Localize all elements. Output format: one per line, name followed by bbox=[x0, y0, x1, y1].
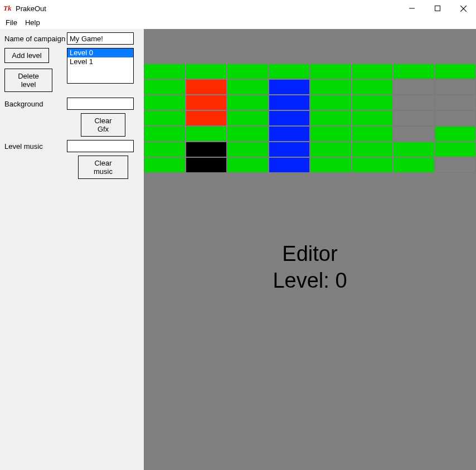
content: Name of campaign Add level Delete level … bbox=[0, 29, 476, 470]
editor-canvas[interactable]: Editor Level: 0 bbox=[144, 29, 476, 470]
menubar: File Help bbox=[0, 17, 476, 29]
brick[interactable] bbox=[144, 111, 185, 125]
brick[interactable] bbox=[269, 142, 310, 157]
brick[interactable] bbox=[269, 158, 310, 172]
brick[interactable] bbox=[269, 64, 310, 79]
brick[interactable] bbox=[144, 80, 185, 94]
brick[interactable] bbox=[186, 80, 227, 94]
brick[interactable] bbox=[227, 142, 268, 157]
window-title: PrakeOut bbox=[16, 4, 399, 13]
brick[interactable] bbox=[269, 80, 310, 94]
brick[interactable] bbox=[269, 95, 310, 110]
close-button[interactable] bbox=[450, 0, 476, 17]
brick[interactable] bbox=[393, 126, 435, 142]
level-list-item[interactable]: Level 1 bbox=[67, 57, 133, 66]
brick-grid[interactable] bbox=[144, 64, 476, 173]
brick[interactable] bbox=[393, 110, 435, 126]
window-buttons bbox=[399, 0, 476, 17]
brick[interactable] bbox=[435, 127, 476, 141]
level-list-item[interactable]: Level 0 bbox=[67, 49, 133, 57]
sidebar: Name of campaign Add level Delete level … bbox=[0, 29, 144, 470]
brick[interactable] bbox=[186, 95, 227, 110]
brick[interactable] bbox=[269, 127, 310, 141]
brick[interactable] bbox=[310, 111, 351, 125]
brick[interactable] bbox=[435, 157, 477, 173]
brick[interactable] bbox=[227, 80, 268, 94]
level-music-label: Level music bbox=[4, 140, 67, 151]
brick[interactable] bbox=[394, 64, 434, 79]
brick[interactable] bbox=[227, 111, 268, 125]
brick-row bbox=[144, 64, 476, 79]
brick[interactable] bbox=[352, 127, 393, 141]
brick-row bbox=[144, 95, 476, 110]
brick[interactable] bbox=[186, 111, 227, 125]
brick[interactable] bbox=[186, 142, 227, 157]
brick[interactable] bbox=[144, 158, 185, 172]
brick[interactable] bbox=[352, 95, 393, 110]
clear-gfx-button[interactable]: Clear Gfx bbox=[81, 113, 125, 137]
brick[interactable] bbox=[186, 64, 227, 79]
brick[interactable] bbox=[352, 142, 393, 157]
brick[interactable] bbox=[435, 64, 476, 79]
brick-row bbox=[144, 126, 476, 142]
brick[interactable] bbox=[310, 95, 351, 110]
brick-row bbox=[144, 142, 476, 157]
editor-title-line1: Editor bbox=[144, 241, 476, 268]
brick[interactable] bbox=[144, 64, 185, 79]
brick[interactable] bbox=[310, 80, 351, 94]
brick[interactable] bbox=[310, 158, 351, 172]
menu-file[interactable]: File bbox=[3, 17, 23, 28]
brick[interactable] bbox=[144, 127, 185, 141]
campaign-name-input[interactable] bbox=[67, 32, 134, 45]
brick-row bbox=[144, 157, 476, 173]
editor-overlay-text: Editor Level: 0 bbox=[144, 241, 476, 294]
brick[interactable] bbox=[435, 95, 477, 110]
brick[interactable] bbox=[310, 127, 351, 141]
brick[interactable] bbox=[352, 80, 393, 94]
brick[interactable] bbox=[394, 158, 434, 172]
brick[interactable] bbox=[227, 158, 268, 172]
brick[interactable] bbox=[435, 110, 477, 126]
brick[interactable] bbox=[393, 79, 435, 95]
brick[interactable] bbox=[269, 111, 310, 125]
brick[interactable] bbox=[227, 95, 268, 110]
brick-row bbox=[144, 110, 476, 126]
brick[interactable] bbox=[144, 95, 185, 110]
campaign-name-label: Name of campaign bbox=[4, 32, 67, 43]
brick[interactable] bbox=[227, 127, 268, 141]
brick-row bbox=[144, 79, 476, 95]
brick[interactable] bbox=[227, 64, 268, 79]
svg-rect-1 bbox=[435, 6, 440, 11]
brick[interactable] bbox=[435, 142, 476, 157]
delete-level-button[interactable]: Delete level bbox=[4, 69, 52, 92]
background-input[interactable] bbox=[67, 98, 134, 110]
brick[interactable] bbox=[352, 64, 393, 79]
brick[interactable] bbox=[435, 79, 477, 95]
brick[interactable] bbox=[352, 111, 393, 125]
add-level-button[interactable]: Add level bbox=[4, 48, 49, 63]
app-icon: Tk bbox=[3, 4, 12, 13]
brick[interactable] bbox=[310, 142, 351, 157]
maximize-button[interactable] bbox=[425, 0, 450, 17]
level-music-input[interactable] bbox=[67, 140, 134, 152]
brick[interactable] bbox=[186, 158, 227, 172]
brick[interactable] bbox=[352, 158, 393, 172]
brick[interactable] bbox=[144, 142, 185, 157]
brick[interactable] bbox=[186, 127, 227, 141]
background-label: Background bbox=[4, 98, 67, 108]
brick[interactable] bbox=[310, 64, 351, 79]
levels-listbox[interactable]: Level 0Level 1 bbox=[67, 48, 134, 84]
minimize-button[interactable] bbox=[399, 0, 425, 17]
titlebar: Tk PrakeOut bbox=[0, 0, 476, 17]
editor-title-line2: Level: 0 bbox=[144, 268, 476, 294]
clear-music-button[interactable]: Clear music bbox=[78, 156, 128, 179]
menu-help[interactable]: Help bbox=[23, 17, 46, 28]
brick[interactable] bbox=[393, 95, 435, 110]
brick[interactable] bbox=[394, 142, 434, 157]
